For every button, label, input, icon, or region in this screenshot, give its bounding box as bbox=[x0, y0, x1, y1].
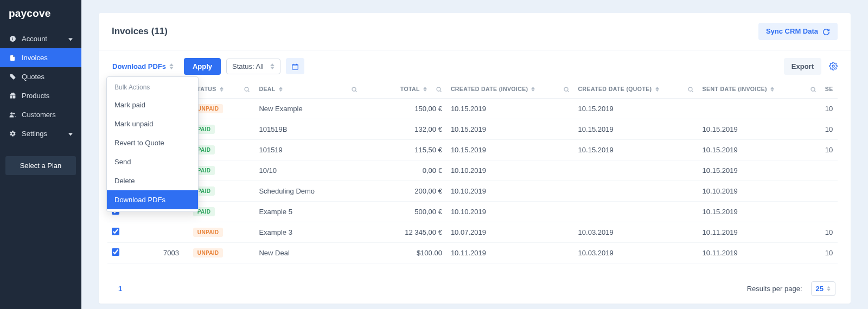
cell-created-quote: 10.03.2019 bbox=[574, 242, 698, 263]
sidebar-item-settings[interactable]: Settings bbox=[0, 124, 81, 143]
sidebar-item-label: Settings bbox=[22, 130, 47, 138]
menu-item-send[interactable]: Send bbox=[107, 152, 198, 171]
col-created-quote[interactable]: CREATED DATE (QUOTE) bbox=[574, 80, 698, 99]
cell-sent-invoice: 10.08.2019 bbox=[698, 263, 821, 268]
cell-created-quote: 10.15.2019 bbox=[574, 98, 698, 119]
cell-deal: 101519B bbox=[254, 119, 362, 139]
status-badge: UNPAID bbox=[193, 248, 223, 258]
gift-icon bbox=[9, 92, 16, 100]
sidebar-item-invoices[interactable]: Invoices bbox=[0, 48, 81, 67]
col-status[interactable]: STATUS bbox=[189, 80, 255, 99]
cell-deal: Example 5 bbox=[254, 201, 362, 222]
cell-status: PAID bbox=[189, 263, 255, 268]
menu-item-download-pdfs[interactable]: Download PDFs bbox=[107, 190, 198, 209]
cell-created-quote: 10.15.2019 bbox=[574, 139, 698, 160]
sync-crm-button[interactable]: Sync CRM Data bbox=[758, 23, 838, 40]
col-deal[interactable]: DEAL bbox=[254, 80, 362, 99]
menu-item-delete[interactable]: Delete bbox=[107, 171, 198, 190]
panel-header: Invoices (11) Sync CRM Data bbox=[99, 13, 851, 50]
cell-created-quote: 10.15.2019 bbox=[574, 119, 698, 139]
cell-total: 0,00 € bbox=[362, 160, 446, 181]
page-number[interactable]: 1 bbox=[114, 285, 122, 293]
cell-sent-invoice: 10.10.2019 bbox=[698, 181, 821, 201]
col-total[interactable]: TOTAL bbox=[362, 80, 446, 99]
cell-deal: New Example bbox=[254, 98, 362, 119]
cell-sent-extra: 10 bbox=[821, 98, 838, 119]
svg-point-10 bbox=[564, 87, 568, 91]
sidebar-item-label: Products bbox=[22, 92, 49, 100]
svg-point-8 bbox=[352, 87, 356, 91]
cell-sent-extra: 10 bbox=[821, 119, 838, 139]
toolbar: Download PDFs Apply Status: All bbox=[99, 50, 851, 80]
col-created-invoice[interactable]: CREATED DATE (INVOICE) bbox=[446, 80, 574, 99]
sidebar-item-label: Customers bbox=[22, 111, 56, 119]
sidebar-item-account[interactable]: Account bbox=[0, 29, 81, 48]
menu-item-mark-unpaid[interactable]: Mark unpaid bbox=[107, 114, 198, 133]
download-pdfs-dropdown[interactable]: Download PDFs bbox=[107, 59, 178, 74]
apply-button[interactable]: Apply bbox=[184, 58, 221, 75]
cell-total: $100.00 bbox=[362, 242, 446, 263]
cell-id: 1003 bbox=[135, 263, 189, 268]
cell-status: PAID bbox=[189, 201, 255, 222]
sidebar: paycove AccountInvoicesQuotesProductsCus… bbox=[0, 0, 81, 309]
export-button[interactable]: Export bbox=[784, 58, 821, 75]
svg-point-11 bbox=[688, 87, 692, 91]
col-sent-extra[interactable]: SE bbox=[821, 80, 838, 99]
row-checkbox[interactable] bbox=[112, 228, 119, 235]
cell-sent-invoice bbox=[698, 98, 821, 119]
col-sent-invoice[interactable]: SENT DATE (INVOICE) bbox=[698, 80, 821, 99]
bulk-actions-menu: Bulk ActionsMark paidMark unpaidRevert t… bbox=[106, 76, 199, 212]
cell-sent-extra: 10 bbox=[821, 242, 838, 263]
cell-sent-extra bbox=[821, 181, 838, 201]
cell-id bbox=[135, 222, 189, 242]
cell-total: 132,00 € bbox=[362, 119, 446, 139]
cell-created-invoice: 10.10.2019 bbox=[446, 160, 574, 181]
sort-icon bbox=[270, 63, 275, 69]
sidebar-item-products[interactable]: Products bbox=[0, 86, 81, 105]
svg-point-3 bbox=[10, 112, 12, 114]
cell-sent-extra: 10 bbox=[821, 222, 838, 242]
cell-created-quote bbox=[574, 160, 698, 181]
sidebar-item-quotes[interactable]: Quotes bbox=[0, 67, 81, 86]
sidebar-item-customers[interactable]: Customers bbox=[0, 105, 81, 124]
rpp-select[interactable]: 25 bbox=[811, 281, 835, 296]
chevron-down-icon bbox=[68, 35, 73, 43]
status-filter[interactable]: Status: All bbox=[226, 59, 280, 74]
cell-sent-extra: 10 bbox=[821, 139, 838, 160]
svg-point-6 bbox=[832, 65, 834, 67]
menu-item-mark-paid[interactable]: Mark paid bbox=[107, 95, 198, 114]
cell-sent-extra bbox=[821, 201, 838, 222]
table-row: PAIDScheduling Demo200,00 €10.10.201910.… bbox=[107, 181, 838, 201]
table-footer: 1 Results per page: 25 bbox=[99, 268, 851, 304]
brand-logo: paycove bbox=[0, 0, 81, 26]
cell-created-invoice: 10.03.2019 bbox=[446, 263, 574, 268]
chevron-down-icon bbox=[68, 130, 73, 138]
svg-point-4 bbox=[13, 113, 15, 114]
cell-deal: 101519 bbox=[254, 139, 362, 160]
cell-deal: Scheduling Demo bbox=[254, 181, 362, 201]
svg-rect-5 bbox=[292, 65, 298, 69]
date-filter-button[interactable] bbox=[286, 58, 304, 74]
row-checkbox[interactable] bbox=[112, 248, 119, 256]
cell-sent-invoice: 10.15.2019 bbox=[698, 160, 821, 181]
table-row: PAIDExample 5500,00 €10.10.201910.15.201… bbox=[107, 201, 838, 222]
cell-deal: 10/10 bbox=[254, 160, 362, 181]
table-row: PAID101519B132,00 €10.15.201910.15.20191… bbox=[107, 119, 838, 139]
cell-created-quote bbox=[574, 263, 698, 268]
cell-sent-invoice: 10.15.2019 bbox=[698, 139, 821, 160]
sidebar-item-label: Quotes bbox=[22, 73, 44, 81]
cell-status: UNPAID bbox=[189, 242, 255, 263]
cell-sent-invoice: 10.15.2019 bbox=[698, 201, 821, 222]
table-row: PAID101519115,50 €10.15.201910.15.201910… bbox=[107, 139, 838, 160]
svg-rect-1 bbox=[12, 38, 12, 40]
calendar-icon bbox=[291, 62, 299, 70]
settings-icon[interactable] bbox=[829, 62, 838, 71]
refresh-icon bbox=[822, 27, 830, 36]
tag-icon bbox=[9, 73, 16, 81]
users-icon bbox=[9, 111, 16, 119]
menu-item-revert-to-quote[interactable]: Revert to Quote bbox=[107, 133, 198, 152]
cell-created-quote bbox=[574, 181, 698, 201]
sync-label: Sync CRM Data bbox=[766, 27, 818, 35]
cell-sent-invoice: 10.11.2019 bbox=[698, 222, 821, 242]
select-plan-button[interactable]: Select a Plan bbox=[5, 156, 76, 175]
